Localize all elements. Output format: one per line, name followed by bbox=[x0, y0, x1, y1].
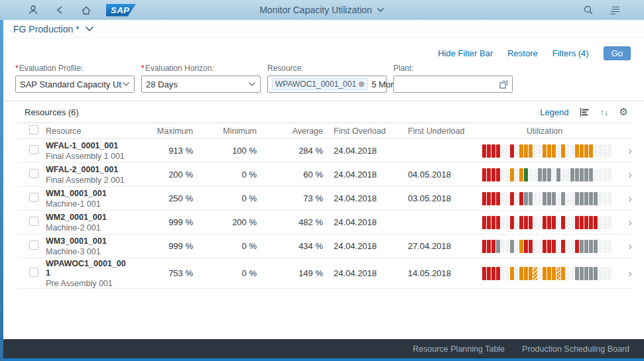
evaluation-profile-select[interactable]: SAP Standard Capacity Utilizat... bbox=[15, 76, 135, 93]
table-body: WFAL-1_0001_001Final Assembly 1 001913 %… bbox=[18, 139, 632, 289]
field-label: Resource: bbox=[267, 64, 387, 73]
search-icon[interactable] bbox=[582, 3, 595, 17]
table-row[interactable]: WM2_0001_001Machine-2 001999 %200 %482 %… bbox=[18, 211, 632, 234]
utilization-segment bbox=[575, 168, 579, 181]
utilization-chart bbox=[477, 168, 617, 181]
resource-cell: WFAL-2_0001_001Final Assembly 2 001 bbox=[40, 165, 140, 185]
utilization-segment bbox=[543, 216, 547, 229]
table-row[interactable]: WM3_0001_001Machine-3 001999 %0 %434 %24… bbox=[18, 234, 632, 258]
utilization-segment bbox=[491, 216, 495, 229]
average-value: 73 % bbox=[262, 193, 328, 203]
utilization-segment bbox=[519, 240, 523, 253]
column-header-utilization[interactable]: Utilization bbox=[477, 127, 612, 136]
utilization-segment bbox=[515, 144, 519, 158]
chevron-right-icon[interactable]: › bbox=[628, 268, 632, 279]
resource-description: Final Assembly 1 001 bbox=[46, 152, 135, 161]
app-title[interactable]: Monitor Capacity Utilization bbox=[259, 0, 385, 20]
chevron-right-icon[interactable]: › bbox=[628, 169, 632, 180]
chevron-right-icon[interactable]: › bbox=[628, 217, 632, 228]
shell-nav-icons: SAP bbox=[27, 3, 136, 17]
first-overload-value: 24.04.2018 bbox=[328, 193, 403, 203]
table-row[interactable]: WM1_0001_001Machine-1 001250 %0 %73 %24.… bbox=[18, 187, 632, 211]
first-underload-value: 04.05.2018 bbox=[403, 170, 477, 180]
user-icon[interactable] bbox=[27, 3, 40, 17]
utilization-segment bbox=[566, 240, 570, 253]
select-all-checkbox[interactable] bbox=[29, 125, 38, 134]
utilization-segment bbox=[505, 240, 509, 253]
column-header-first-underload[interactable]: First Underload bbox=[403, 127, 477, 136]
utilization-segment bbox=[561, 144, 565, 158]
plant-input[interactable] bbox=[393, 76, 513, 93]
restore-link[interactable]: Restore bbox=[507, 48, 538, 58]
utilization-segment bbox=[524, 192, 528, 205]
resource-cell: WM3_0001_001Machine-3 001 bbox=[40, 236, 140, 256]
utilization-segment bbox=[584, 192, 588, 205]
settings-gear-icon[interactable]: ⚙ bbox=[619, 106, 628, 118]
table-row[interactable]: WFAL-2_0001_001Final Assembly 2 001200 %… bbox=[18, 163, 632, 187]
home-icon[interactable] bbox=[80, 3, 93, 17]
utilization-segment bbox=[519, 168, 523, 181]
utilization-segment bbox=[538, 168, 542, 181]
table-row[interactable]: WFAL-1_0001_001Final Assembly 1 001913 %… bbox=[18, 139, 632, 163]
utilization-segment bbox=[589, 168, 593, 181]
sap-logo[interactable]: SAP bbox=[106, 4, 136, 17]
average-value: 482 % bbox=[262, 217, 328, 227]
menu-icon[interactable] bbox=[608, 3, 621, 17]
filters-link[interactable]: Filters (4) bbox=[552, 48, 589, 58]
utilization-segment bbox=[543, 267, 547, 280]
hide-filter-bar-link[interactable]: Hide Filter Bar bbox=[438, 48, 493, 58]
row-checkbox[interactable] bbox=[29, 193, 38, 202]
utilization-segment bbox=[570, 267, 574, 280]
production-scheduling-board-link[interactable]: Production Scheduling Board bbox=[522, 344, 629, 354]
first-underload-value: 03.05.2018 bbox=[403, 193, 477, 203]
utilization-segment bbox=[515, 267, 519, 280]
column-header-maximum[interactable]: Maximum bbox=[140, 127, 198, 136]
chevron-right-icon[interactable]: › bbox=[628, 193, 632, 204]
legend-link[interactable]: Legend bbox=[540, 107, 568, 117]
utilization-segment bbox=[543, 240, 547, 253]
table-row[interactable]: WPAWOC1_0001_001Pre Assembly 001753 %0 %… bbox=[18, 258, 632, 289]
utilization-segment bbox=[552, 216, 556, 229]
sort-icon[interactable]: ↑↓ bbox=[600, 107, 609, 117]
utilization-segment bbox=[575, 192, 579, 205]
utilization-segment bbox=[533, 267, 537, 280]
column-header-first-overload[interactable]: First Overload bbox=[328, 127, 403, 136]
column-header-resource[interactable]: Resource bbox=[40, 127, 140, 136]
utilization-segment bbox=[584, 216, 588, 229]
utilization-segment bbox=[529, 144, 533, 158]
utilization-segment bbox=[584, 267, 588, 280]
footer-bar: Resource Planning Table Production Sched… bbox=[0, 339, 644, 358]
column-header-minimum[interactable]: Minimum bbox=[198, 127, 262, 136]
row-checkbox[interactable] bbox=[29, 240, 38, 250]
chevron-right-icon[interactable]: › bbox=[628, 240, 632, 252]
token-remove-icon[interactable]: ⊗ bbox=[358, 79, 365, 89]
row-checkbox[interactable] bbox=[29, 217, 38, 226]
resource-multi-input[interactable]: WPAWOC1_0001_001 ⊗ 5 More bbox=[267, 76, 387, 93]
utilization-segment bbox=[570, 240, 574, 253]
utilization-segment bbox=[556, 192, 560, 205]
utilization-segment bbox=[561, 168, 565, 181]
horizontal-bar-chart-icon[interactable] bbox=[580, 108, 590, 117]
utilization-segment bbox=[598, 144, 602, 158]
row-checkbox[interactable] bbox=[29, 169, 38, 178]
utilization-segment bbox=[510, 267, 514, 280]
resource-token[interactable]: WPAWOC1_0001_001 ⊗ bbox=[272, 78, 368, 90]
resource-planning-table-link[interactable]: Resource Planning Table bbox=[413, 344, 505, 354]
chevron-down-icon[interactable] bbox=[85, 26, 94, 32]
value-help-icon[interactable] bbox=[499, 80, 508, 89]
utilization-segment bbox=[487, 192, 491, 205]
utilization-segment bbox=[496, 240, 500, 253]
go-button[interactable]: Go bbox=[604, 46, 631, 60]
utilization-segment bbox=[589, 216, 593, 229]
resource-name: WPAWOC1_0001_001 bbox=[46, 259, 129, 278]
utilization-segment bbox=[487, 240, 491, 253]
evaluation-horizon-select[interactable]: 28 Days bbox=[141, 76, 261, 93]
utilization-segment bbox=[505, 267, 509, 280]
utilization-segment bbox=[575, 216, 579, 229]
row-checkbox[interactable] bbox=[29, 145, 38, 154]
row-checkbox[interactable] bbox=[29, 268, 38, 277]
back-icon[interactable] bbox=[53, 3, 66, 17]
column-header-average[interactable]: Average bbox=[262, 127, 328, 136]
variant-title[interactable]: FG Production * bbox=[13, 24, 80, 34]
chevron-right-icon[interactable]: › bbox=[628, 145, 632, 156]
